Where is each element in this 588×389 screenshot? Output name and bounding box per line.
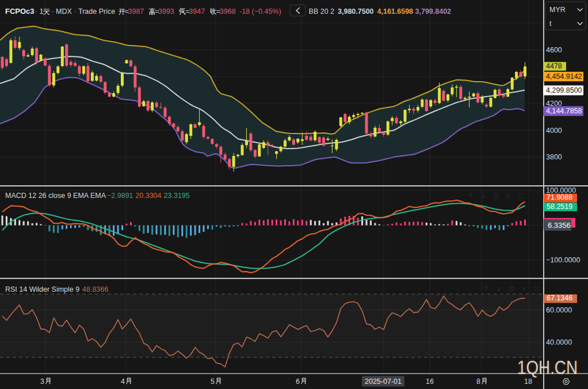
svg-text:3800: 3800 — [546, 153, 562, 161]
svg-text:-18 (−0.45%): -18 (−0.45%) — [239, 7, 281, 16]
svg-text:MACD 12 26 close 9 EMA EMA: MACD 12 26 close 9 EMA EMA — [5, 192, 106, 200]
svg-text:t: t — [549, 20, 552, 28]
svg-text:4478: 4478 — [546, 62, 562, 70]
svg-text:60.0000: 60.0000 — [546, 306, 572, 314]
svg-text:23.3195: 23.3195 — [164, 192, 190, 200]
svg-text:3993: 3993 — [158, 7, 174, 16]
svg-text:2025-07-01: 2025-07-01 — [365, 377, 402, 386]
svg-text:4: 4 — [121, 377, 125, 386]
svg-text:BB 20 2: BB 20 2 — [309, 7, 335, 16]
svg-text:3968: 3968 — [220, 7, 236, 16]
svg-text:1: 1 — [40, 7, 44, 16]
svg-text:3,980.7500: 3,980.7500 — [338, 7, 374, 16]
svg-text:4,454.9142: 4,454.9142 — [546, 73, 582, 81]
svg-text:71.9088: 71.9088 — [547, 193, 572, 201]
svg-text:6: 6 — [296, 377, 300, 386]
svg-text:4,144.7858: 4,144.7858 — [546, 107, 582, 115]
svg-text:3947: 3947 — [189, 7, 205, 16]
svg-text:3: 3 — [40, 377, 44, 386]
svg-text:58.2519: 58.2519 — [547, 203, 572, 211]
svg-text:−100.0000: −100.0000 — [546, 256, 580, 264]
svg-text:1QH.CN: 1QH.CN — [517, 356, 578, 378]
svg-text:·: · — [74, 7, 77, 16]
svg-text:RSI 14 Wilder Simple 9: RSI 14 Wilder Simple 9 — [5, 285, 79, 293]
svg-text:5: 5 — [211, 377, 215, 386]
svg-text:48.8366: 48.8366 — [82, 285, 108, 293]
svg-text:18: 18 — [524, 377, 532, 386]
svg-text:6.3356: 6.3356 — [548, 221, 571, 230]
svg-text:40.0000: 40.0000 — [546, 338, 572, 346]
svg-text:MYR: MYR — [549, 6, 566, 14]
svg-text:20.3304: 20.3304 — [135, 192, 161, 200]
svg-text:4,299.8500: 4,299.8500 — [546, 86, 582, 94]
svg-text:MDX: MDX — [56, 7, 72, 16]
svg-text:4,161.6598: 4,161.6598 — [377, 7, 414, 16]
svg-text:Trade Price: Trade Price — [78, 7, 115, 16]
svg-text:FCPOc3: FCPOc3 — [5, 7, 35, 16]
svg-text:67.1346: 67.1346 — [547, 294, 572, 302]
svg-text:8: 8 — [476, 377, 480, 386]
svg-text:−2.9891: −2.9891 — [107, 192, 133, 200]
svg-text:·: · — [35, 7, 37, 16]
svg-text:3,799.8402: 3,799.8402 — [415, 7, 452, 16]
svg-text:4600: 4600 — [546, 46, 562, 54]
svg-text:16: 16 — [426, 377, 434, 386]
svg-text:·: · — [52, 7, 54, 16]
svg-text:3987: 3987 — [128, 7, 144, 16]
svg-text:4000: 4000 — [546, 127, 562, 135]
